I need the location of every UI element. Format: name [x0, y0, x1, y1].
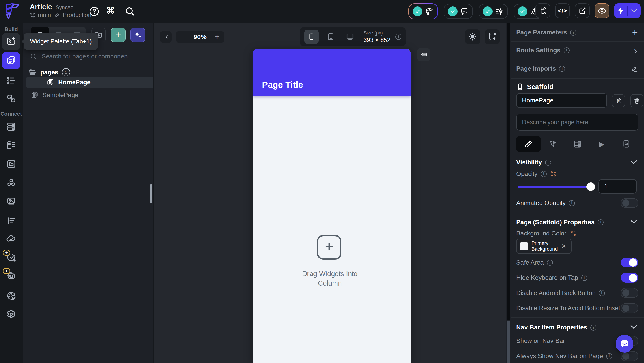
device-tablet-tab[interactable] — [324, 30, 338, 44]
disable-back-toggle[interactable] — [621, 288, 638, 298]
tab-actions[interactable] — [541, 136, 565, 152]
info-icon[interactable]: i — [590, 324, 596, 330]
info-icon[interactable]: i — [581, 275, 588, 281]
info-icon[interactable]: i — [598, 219, 604, 225]
opacity-slider[interactable] — [518, 186, 594, 188]
tab-preview[interactable]: ▶ — [590, 136, 614, 152]
sidebar-item-media-assets[interactable] — [2, 155, 20, 173]
info-icon[interactable]: i — [564, 48, 570, 54]
project-status-pill[interactable] — [408, 3, 438, 20]
optimizations-status-pill[interactable] — [479, 4, 508, 19]
background-color-chip[interactable]: Primary Background ✕ — [516, 238, 572, 254]
branch-name[interactable]: main — [38, 12, 51, 18]
sidebar-item-navigation[interactable] — [2, 72, 20, 89]
color-swatch[interactable] — [520, 242, 528, 250]
sidebar-item-tests[interactable]: ★ — [2, 249, 20, 266]
edit-imports-button[interactable] — [630, 65, 638, 72]
canvas-settings-button[interactable] — [485, 29, 500, 44]
info-icon[interactable]: i — [540, 171, 547, 177]
safe-area-toggle[interactable] — [621, 258, 638, 268]
sidebar-item-cloud-functions[interactable] — [2, 230, 20, 248]
command-icon[interactable]: ⌘ — [106, 5, 115, 16]
tab-design-tools[interactable] — [516, 136, 541, 152]
sidebar-item-components[interactable] — [2, 90, 20, 107]
delete-page-button[interactable] — [630, 94, 643, 107]
info-icon[interactable]: i — [545, 160, 551, 166]
sidebar-item-widget-palette[interactable] — [2, 33, 20, 50]
size-info-icon[interactable]: i — [396, 34, 402, 40]
flutterflow-logo[interactable] — [4, 2, 21, 20]
keyboard-toggle-button[interactable] — [417, 48, 430, 61]
inspector-scrollbar[interactable] — [506, 23, 511, 363]
info-icon[interactable]: i — [570, 30, 576, 36]
info-icon[interactable]: i — [569, 200, 575, 206]
visibility-section-header[interactable]: Visibility i — [516, 159, 551, 166]
section-route-settings[interactable]: Route Settings i — [516, 47, 570, 54]
add-page-button[interactable]: + — [111, 28, 126, 42]
run-app-button[interactable] — [614, 3, 641, 18]
page-name-input[interactable] — [516, 93, 607, 108]
clear-color-button[interactable]: ✕ — [561, 243, 566, 250]
pages-panel-scrollbar[interactable] — [150, 184, 152, 204]
hide-keyboard-toggle[interactable] — [621, 273, 638, 283]
search-input[interactable] — [42, 53, 138, 60]
tab-page-files[interactable] — [614, 136, 638, 152]
animated-opacity-toggle[interactable] — [621, 198, 638, 208]
sidebar-item-app-assets[interactable] — [2, 193, 20, 210]
scaffold-properties-header[interactable]: Page (Scaffold) Properties i — [516, 219, 604, 226]
search-icon[interactable] — [124, 6, 135, 16]
pages-folder-row[interactable]: pages 1 — [28, 67, 70, 78]
set-from-variable-icon[interactable] — [570, 230, 577, 237]
nav-bar-collapse-chevron[interactable] — [630, 325, 637, 329]
sidebar-item-custom-functions[interactable] — [2, 212, 20, 230]
opacity-value-input[interactable] — [598, 179, 637, 194]
nav-bar-properties-header[interactable]: Nav Bar Item Properties i — [516, 324, 596, 331]
tab-backend[interactable] — [565, 136, 590, 152]
info-icon[interactable]: i — [547, 260, 553, 266]
sidebar-item-collections[interactable] — [2, 136, 20, 154]
zoom-level[interactable]: 90% — [194, 33, 206, 41]
help-icon[interactable] — [88, 6, 100, 17]
theme-mode-button[interactable] — [465, 29, 480, 44]
sidebar-item-integrations[interactable] — [2, 174, 20, 192]
section-page-parameters[interactable]: Page Parameters i — [516, 29, 576, 36]
comments-status-pill[interactable] — [444, 4, 473, 19]
set-from-variable-icon[interactable] — [550, 170, 557, 178]
scrollbar-thumb[interactable] — [506, 23, 510, 320]
device-desktop-tab[interactable] — [343, 30, 357, 44]
page-description-input[interactable] — [516, 114, 638, 131]
widget-tree-button[interactable] — [536, 3, 550, 18]
sidebar-item-theme[interactable] — [2, 287, 20, 304]
visibility-collapse-chevron[interactable] — [630, 160, 637, 164]
zoom-in-button[interactable]: + — [214, 32, 219, 42]
support-chat-button[interactable] — [616, 335, 634, 353]
add-widget-dropzone[interactable]: + — [317, 235, 342, 260]
info-icon[interactable]: i — [606, 353, 612, 359]
copy-page-name-button[interactable]: D — [612, 94, 625, 107]
environment-name[interactable]: Production — [63, 12, 92, 18]
device-phone-tab[interactable] — [304, 30, 319, 44]
scaffold-properties-collapse-chevron[interactable] — [630, 220, 637, 224]
preview-button[interactable] — [594, 3, 609, 18]
page-list-item-samplepage[interactable]: SamplePage — [31, 90, 78, 100]
run-bolt-half[interactable] — [614, 3, 627, 18]
add-parameter-button[interactable]: + — [632, 27, 638, 38]
opacity-slider-thumb[interactable] — [586, 182, 595, 191]
share-button[interactable] — [575, 3, 590, 18]
sidebar-item-pages[interactable] — [2, 52, 20, 70]
developer-menu-button[interactable]: </> — [555, 3, 570, 18]
page-list-item-homepage[interactable]: HomePage — [26, 77, 153, 88]
phone-preview[interactable]: Page Title + Drag Widgets Into Column — [253, 48, 411, 363]
info-icon[interactable]: i — [559, 66, 565, 72]
collapse-panel-button[interactable] — [160, 31, 172, 43]
run-dropdown-half[interactable] — [628, 3, 641, 18]
page-title-text[interactable]: Page Title — [262, 80, 303, 90]
info-icon[interactable]: i — [599, 290, 605, 296]
sidebar-item-database[interactable] — [2, 118, 20, 136]
disable-resize-toggle[interactable] — [621, 303, 638, 313]
ai-generate-button[interactable] — [130, 28, 145, 42]
sidebar-item-settings[interactable] — [2, 306, 20, 323]
section-page-imports[interactable]: Page Imports i — [516, 65, 565, 72]
app-bar-widget[interactable]: Page Title — [253, 48, 411, 96]
size-value[interactable]: 393 × 852 — [364, 37, 390, 44]
